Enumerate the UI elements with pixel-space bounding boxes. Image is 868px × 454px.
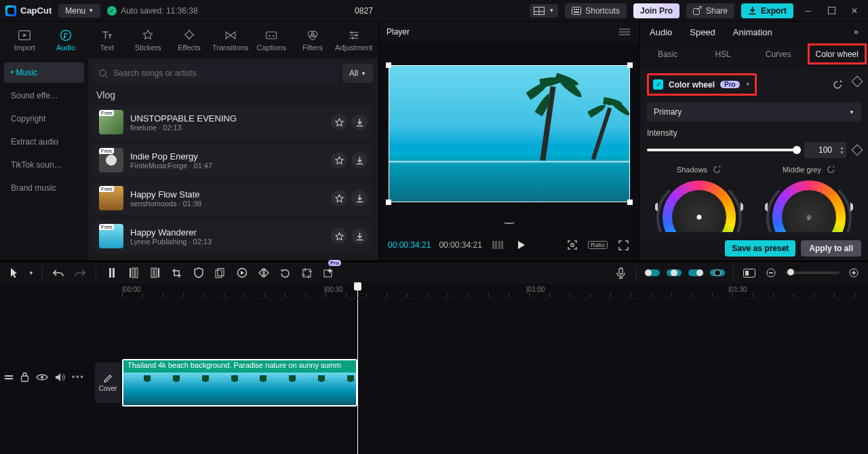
song-row[interactable]: Free Happy Flow Statesenshomoods · 01:38 [94, 182, 373, 214]
insp-tab-speed[interactable]: Speed [690, 27, 715, 37]
subtab-hsl[interactable]: HSL [696, 42, 751, 66]
resize-handle[interactable] [386, 62, 391, 68]
timeline-tracks[interactable]: ••• Cover Thailand 4k beach background. … [0, 299, 868, 454]
play-button[interactable] [513, 238, 528, 252]
trim-left-tool[interactable] [126, 265, 141, 280]
rotate-tool[interactable] [278, 265, 293, 280]
tab-filters[interactable]: Filters [292, 29, 333, 52]
chevron-down-icon[interactable]: ▼ [745, 81, 751, 88]
resize-handle[interactable] [627, 62, 633, 68]
download-button[interactable] [351, 114, 368, 130]
focus-icon[interactable] [565, 238, 580, 252]
export-button[interactable]: Export [741, 3, 793, 18]
crop-tool[interactable] [170, 265, 184, 280]
zoom-slider[interactable] [785, 271, 840, 274]
trim-right-tool[interactable] [148, 265, 163, 280]
more-icon[interactable]: ••• [72, 373, 85, 382]
tab-transitions[interactable]: Transitions [210, 29, 251, 52]
intensity-slider[interactable] [647, 149, 797, 151]
redo-button[interactable] [73, 265, 87, 280]
song-row[interactable]: Free Happy WandererLynne Publishing · 02… [94, 220, 373, 252]
drag-handle-icon[interactable] [504, 221, 515, 224]
layout-button[interactable]: ▼ [530, 4, 558, 18]
copy-tool[interactable] [213, 265, 228, 280]
submenu-copyright[interactable]: Copyright [4, 109, 84, 129]
download-button[interactable] [351, 190, 368, 206]
tab-text[interactable]: Text [87, 29, 127, 52]
insp-tab-animation[interactable]: Animation [733, 27, 772, 37]
maximize-button[interactable] [823, 3, 840, 18]
resize-handle[interactable] [627, 200, 633, 205]
resize-handle[interactable] [386, 200, 391, 205]
eye-icon[interactable] [36, 373, 48, 381]
minimize-button[interactable]: ─ [800, 3, 816, 18]
download-button[interactable] [351, 228, 368, 244]
song-row[interactable]: Free UNSTOPPABLE EVENINGfinetune · 02:13 [94, 106, 373, 138]
submenu-brand-music[interactable]: Brand music [4, 178, 84, 198]
toggle-1[interactable] [645, 269, 660, 277]
favorite-button[interactable] [331, 190, 347, 206]
search-input[interactable] [112, 68, 332, 79]
submenu-music[interactable]: • Music [4, 62, 84, 83]
video-preview[interactable] [389, 65, 630, 202]
song-row[interactable]: Free Indie Pop EnergyFiniteMusicForge · … [94, 144, 373, 176]
lock-icon[interactable] [20, 372, 29, 382]
reset-icon[interactable] [713, 165, 722, 174]
shortcuts-button[interactable]: Shortcuts [565, 3, 627, 18]
tab-captions[interactable]: Captions [251, 29, 292, 52]
reset-icon[interactable] [827, 165, 835, 174]
submenu-extract-audio[interactable]: Extract audio [4, 132, 84, 152]
shield-tool[interactable] [191, 265, 206, 280]
preview-mode-button[interactable] [742, 265, 757, 280]
video-clip[interactable]: Thailand 4k beach background. Paradise n… [122, 359, 357, 406]
subtab-color-wheel[interactable]: Color wheel [808, 43, 867, 64]
collapse-icon[interactable] [4, 373, 14, 382]
insp-tab-audio[interactable]: Audio [650, 27, 672, 37]
shadows-color-wheel[interactable] [655, 176, 743, 232]
reverse-tool[interactable] [235, 265, 250, 280]
share-button[interactable]: Share [686, 3, 734, 18]
download-button[interactable] [351, 152, 368, 168]
submenu-tiktok-sounds[interactable]: TikTok soun… [4, 155, 84, 175]
keyframe-icon[interactable] [852, 145, 863, 156]
player-menu-icon[interactable] [617, 24, 632, 39]
intensity-value[interactable]: 100▲▼ [804, 142, 846, 158]
zoom-in-button[interactable] [846, 265, 861, 280]
filter-all-button[interactable]: All▼ [342, 64, 373, 83]
split-tool[interactable] [104, 265, 119, 280]
reset-icon[interactable] [830, 77, 845, 92]
compare-icon[interactable] [490, 238, 505, 252]
mic-button[interactable] [613, 265, 628, 280]
tab-effects[interactable]: Effects [169, 29, 210, 52]
menu-button[interactable]: Menu▼ [58, 4, 100, 18]
expand-icon[interactable]: » [854, 27, 859, 37]
join-pro-button[interactable]: Join Pro [633, 3, 679, 18]
search-input-wrap[interactable] [94, 64, 337, 83]
playhead-line[interactable] [357, 299, 358, 454]
undo-button[interactable] [51, 265, 66, 280]
project-title[interactable]: 0827 [355, 6, 373, 16]
toggle-2[interactable] [667, 269, 682, 277]
subtab-curves[interactable]: Curves [751, 42, 806, 66]
keyframe-icon[interactable] [852, 75, 863, 87]
mirror-tool[interactable] [256, 265, 271, 280]
toggle-3[interactable] [688, 269, 703, 277]
tab-adjustment[interactable]: Adjustment [334, 29, 374, 52]
save-preset-button[interactable]: Save as preset [725, 240, 795, 257]
subtab-basic[interactable]: Basic [640, 42, 696, 66]
primary-dropdown[interactable]: Primary▼ [647, 102, 861, 121]
timeline-ruler[interactable]: |00:00|00:30|01:00|01:30 [0, 284, 868, 299]
middle-grey-color-wheel[interactable]: + [765, 176, 853, 232]
tab-audio[interactable]: Audio [45, 29, 86, 52]
favorite-button[interactable] [331, 152, 347, 168]
tab-import[interactable]: Import [4, 29, 45, 52]
ratio-button[interactable]: Ratio [588, 241, 608, 249]
favorite-button[interactable] [331, 228, 347, 244]
chevron-down-icon[interactable]: ▼ [28, 270, 34, 276]
pointer-tool[interactable] [7, 265, 22, 280]
submenu-sound-effects[interactable]: Sound effe… [4, 86, 84, 106]
fullscreen-icon[interactable] [616, 238, 631, 252]
favorite-button[interactable] [331, 114, 347, 130]
tab-stickers[interactable]: Stickers [127, 29, 168, 52]
zoom-out-button[interactable] [764, 265, 778, 280]
